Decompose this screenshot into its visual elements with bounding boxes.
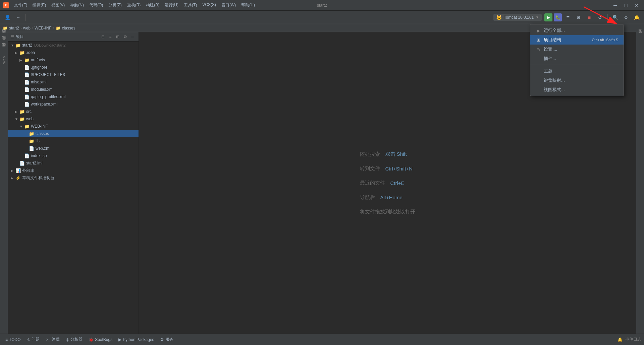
item-name-workspace: workspace.xml [31,102,57,107]
profile-button[interactable]: 👤 [3,13,12,22]
menu-code[interactable]: 代码(O) [87,1,106,9]
problems-label: 问题 [32,337,40,342]
dropdown-project-structure[interactable]: ⊞ 项目结构 Ctrl+Alt+Shift+S [530,35,624,45]
folder-icon-classes: 📁 [29,131,34,136]
collapse-all-button[interactable]: ⊟ [100,33,106,40]
coverage-button[interactable]: ☂ [563,13,573,22]
close-panel-button[interactable]: ─ [129,33,136,40]
problems-button[interactable]: ⚠ 问题 [24,336,42,343]
file-icon-indexjsp: 📄 [24,153,30,158]
dropdown-viewmode[interactable]: 视图模式... [530,85,624,94]
menu-refactor[interactable]: 重构(R) [124,1,144,9]
profiler-button[interactable]: ◎ 分析器 [63,336,85,343]
item-name-scratches: 草稿文件和控制台 [22,175,54,181]
web-panel-button[interactable]: Web [1,54,7,66]
menu-navigate[interactable]: 导航(N) [67,1,87,9]
tree-item-start2iml[interactable]: 📄 start2.iml [8,159,139,167]
expand-all-button[interactable]: ≡ [107,33,114,40]
breadcrumb-classes[interactable]: classes [62,26,75,30]
database-panel-button[interactable]: 数据库 [0,47,8,52]
menu-build[interactable]: 构建(B) [143,1,162,9]
menu-window[interactable]: 窗口(W) [219,1,238,9]
tree-item-artifacts[interactable]: ▶ 📁 artifacts [8,56,139,64]
back-button[interactable]: ← [13,13,23,22]
window-title: start2 [317,3,327,8]
dropdown-settings[interactable]: ✎ 设置.... [530,45,624,54]
tree-item-webinf[interactable]: ▼ 📁 WEB-INF [8,123,139,130]
rebuild-button[interactable]: ↺ [595,13,605,22]
dropdown-menu: ▶ 运行全部... ⊞ 项目结构 Ctrl+Alt+Shift+S ✎ 设置..… [530,24,624,96]
item-name-artifacts: artifacts [31,58,45,62]
menu-help[interactable]: 帮助(H) [238,1,258,9]
menu-view[interactable]: 视图(V) [49,1,67,9]
tree-item-scratches[interactable]: ▶ ⚡ 草稿文件和控制台 [8,174,139,182]
menu-vcs[interactable]: VCS(S) [200,1,219,9]
hint-shortcut-goto: Ctrl+Shift+N [385,166,413,171]
breadcrumb-start2[interactable]: start2 [9,26,19,30]
tree-item-external[interactable]: ▶ 📊 外部库 [8,167,139,174]
dropdown-plugins[interactable]: 插件... [530,54,624,63]
tree-item-projectfile[interactable]: 📄 $PROJECT_FILE$ [8,71,139,78]
menu-run[interactable]: 运行(U) [162,1,181,9]
run-config-selector[interactable]: 🐱 Tomcat 10.0.161 ▼ [493,14,542,21]
breadcrumb-sep-3: › [53,26,54,30]
breadcrumb-web[interactable]: web [23,26,31,30]
favorites-panel-button[interactable]: 收藏 [0,40,8,46]
tree-item-lib[interactable]: 📁 lib [8,137,139,145]
folder-icon-src: 📁 [19,109,25,114]
tree-item-webxml[interactable]: 📄 web.xml [8,145,139,152]
title-bar: P 文件(F) 编辑(E) 视图(V) 导航(N) 代码(O) 分析(Z) 重构… [0,0,644,11]
tree-item-src[interactable]: ▶ 📁 src [8,108,139,115]
arrow-src: ▶ [15,110,19,114]
menu-file[interactable]: 文件(F) [11,1,30,9]
dropdown-run-all[interactable]: ▶ 运行全部... [530,26,624,35]
arrow-webinf: ▼ [19,125,24,128]
tree-item-modules[interactable]: 📄 modules.xml [8,86,139,93]
menu-analyze[interactable]: 分析(Z) [106,1,124,9]
python-packages-button[interactable]: ▶ Python Packages [116,336,157,343]
breadcrumb-sep-2: › [32,26,33,30]
menu-edit[interactable]: 编辑(E) [30,1,49,9]
settings-gear-button[interactable]: ⚙ [122,33,128,40]
logo-icon: P [3,2,9,8]
dropdown-theme[interactable]: 主题... [530,66,624,76]
breadcrumb-webinf[interactable]: WEB-INF [35,26,52,30]
project-structure-label: 项目结构 [544,37,561,43]
project-panel-header: ☰ 项目 ⊟ ≡ ⊞ ⚙ ─ [8,32,139,42]
settings-button[interactable]: ⚙ [621,13,631,22]
tree-item-gitignore[interactable]: 📄 .gitignore [8,64,139,71]
search-button[interactable]: 🔍 [610,13,620,22]
file-icon-misc: 📄 [24,80,30,85]
stop-button[interactable]: ■ [585,13,594,22]
run-button[interactable]: ▶ [544,13,552,21]
todo-button[interactable]: ≡ TODO [3,336,23,343]
tree-item-misc[interactable]: 📄 misc.xml [8,78,139,86]
close-button[interactable]: ✕ [632,2,641,9]
scroll-to-file-button[interactable]: ⊞ [114,33,121,40]
app-logo: P [3,2,9,9]
tree-item-web[interactable]: ▼ 📁 web [8,115,139,123]
tree-item-indexjsp[interactable]: 📄 index.jsp [8,152,139,159]
folder-icon-start2: 📁 [15,43,21,48]
terminal-button[interactable]: >_ 终端 [43,336,62,343]
profile-run-button[interactable]: ⊕ [574,13,583,22]
tree-item-qaplug[interactable]: 📄 qaplug_profiles.xml [8,93,139,100]
problems-icon: ⚠ [26,337,30,342]
tree-item-classes[interactable]: 📁 classes [8,130,139,137]
services-button[interactable]: ⚙ 服务 [158,336,176,343]
spotbugs-button[interactable]: 🐞 SpotBugs [86,336,115,343]
maximize-button[interactable]: □ [621,2,631,9]
tree-item-workspace[interactable]: 📄 workspace.xml [8,100,139,108]
debug-button[interactable]: 🐛 [554,13,562,21]
minimize-button[interactable]: ─ [610,2,620,9]
folder-icon-artifacts: 📁 [24,58,30,63]
notifications-panel-button[interactable]: 通知 [636,33,644,39]
dropdown-keymap[interactable]: 键盘映射... [530,76,624,85]
notifications-button[interactable]: 🔔 [632,13,641,22]
toolbar-sep-1 [25,14,26,21]
tree-item-idea[interactable]: ▶ 📁 .idea [8,49,139,56]
menu-tools[interactable]: 工具(T) [181,1,200,9]
structure-panel-button[interactable]: 结构 [0,33,8,39]
item-name-projectfile: $PROJECT_FILE$ [31,72,65,77]
tree-item-start2[interactable]: ▼ 📁 start2 D:\Download\start2 [8,42,139,49]
